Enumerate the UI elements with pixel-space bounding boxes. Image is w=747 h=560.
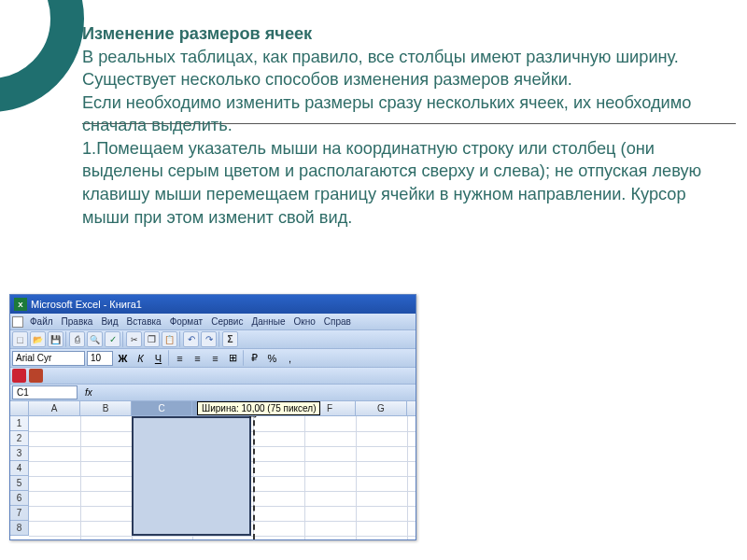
select-all-corner[interactable] [10, 401, 29, 416]
slide-content: Изменение размеров ячеек В реальных табл… [82, 22, 736, 229]
menu-edit[interactable]: Правка [58, 315, 97, 328]
menubar: Файл Правка Вид Вставка Формат Сервис Да… [10, 314, 416, 330]
open-icon[interactable] [30, 331, 46, 347]
col-header-B[interactable]: B [80, 401, 132, 415]
merge-button[interactable]: ⊞ [225, 350, 241, 366]
menu-data[interactable]: Данные [247, 315, 289, 328]
menu-insert[interactable]: Вставка [122, 315, 164, 328]
paragraph-2: Если необходимо изменить размеры сразу н… [82, 91, 736, 137]
menu-tools[interactable]: Сервис [207, 315, 247, 328]
pdf-convert-icon[interactable] [29, 369, 43, 383]
undo-icon[interactable] [183, 331, 199, 347]
col-header-A[interactable]: A [29, 401, 80, 415]
excel-app-icon: X [14, 298, 27, 311]
row-header-5[interactable]: 5 [10, 476, 29, 491]
italic-button[interactable]: К [133, 350, 148, 366]
save-icon[interactable] [48, 331, 63, 347]
row-header-2[interactable]: 2 [10, 431, 29, 446]
document-icon [12, 316, 23, 328]
cut-icon[interactable] [126, 331, 142, 347]
separator-icon [122, 331, 124, 347]
separator-icon [65, 331, 67, 347]
column-selection [132, 416, 251, 536]
menu-window[interactable]: Окно [290, 315, 319, 328]
align-left-button[interactable]: ≡ [172, 350, 188, 366]
separator-icon [218, 331, 220, 347]
width-tooltip: Ширина: 10,00 (75 пиксел) [197, 401, 320, 415]
currency-button[interactable]: ₽ [247, 350, 262, 366]
percent-button[interactable]: % [264, 350, 280, 366]
col-header-G[interactable]: G [356, 401, 407, 415]
pdf-toolbar [10, 368, 416, 385]
standard-toolbar [10, 330, 416, 349]
row-header-4[interactable]: 4 [10, 461, 29, 476]
align-center-button[interactable]: ≡ [190, 350, 205, 366]
menu-format[interactable]: Формат [166, 315, 207, 328]
name-box[interactable]: C1 [12, 385, 78, 399]
menu-view[interactable]: Вид [97, 315, 121, 328]
align-right-button[interactable]: ≡ [207, 350, 223, 366]
decorative-ring [0, 0, 84, 112]
bold-button[interactable]: Ж [115, 350, 131, 366]
spreadsheet-grid[interactable]: ABCDEFG 12345678 ↔ [10, 401, 416, 539]
fx-label[interactable]: fx [85, 387, 92, 398]
cells-area[interactable]: ↔ [29, 416, 416, 539]
col-header-C[interactable]: C [132, 401, 192, 415]
heading: Изменение размеров ячеек [82, 22, 736, 46]
separator-icon [243, 350, 245, 366]
separator-icon [168, 350, 170, 366]
comma-button[interactable]: , [282, 350, 298, 366]
titlebar: X Microsoft Excel - Книга1 [10, 295, 416, 314]
menu-file[interactable]: Файл [26, 315, 57, 328]
row-header-3[interactable]: 3 [10, 446, 29, 461]
spellcheck-icon[interactable] [105, 331, 120, 347]
redo-icon[interactable] [201, 331, 217, 347]
pdf-icon[interactable] [12, 369, 26, 383]
underline-button[interactable]: Ч [150, 350, 166, 366]
row-header-6[interactable]: 6 [10, 491, 29, 506]
preview-icon[interactable] [87, 331, 103, 347]
paragraph-3: 1.Помещаем указатель мыши на координатну… [82, 137, 736, 229]
row-header-8[interactable]: 8 [10, 521, 29, 536]
copy-icon[interactable] [144, 331, 160, 347]
autosum-icon[interactable] [222, 331, 238, 347]
row-header-1[interactable]: 1 [10, 416, 29, 431]
font-size-box[interactable]: 10 [87, 351, 113, 366]
formula-bar: C1 fx Ширина: 10,00 (75 пиксел) [10, 385, 416, 401]
new-icon[interactable] [12, 331, 28, 347]
excel-screenshot: X Microsoft Excel - Книга1 Файл Правка В… [9, 294, 416, 540]
row-headers[interactable]: 12345678 [10, 416, 29, 536]
menu-help[interactable]: Справ [320, 315, 355, 328]
font-name-box[interactable]: Arial Cyr [12, 351, 85, 366]
print-icon[interactable] [69, 331, 85, 347]
row-header-7[interactable]: 7 [10, 506, 29, 521]
window-title: Microsoft Excel - Книга1 [31, 299, 142, 310]
separator-icon [179, 331, 181, 347]
paste-icon[interactable] [162, 331, 177, 347]
paragraph-1: В реальных таблицах, как правило, все ст… [82, 46, 736, 91]
formatting-toolbar: Arial Cyr 10 Ж К Ч ≡ ≡ ≡ ⊞ ₽ % , [10, 349, 416, 368]
